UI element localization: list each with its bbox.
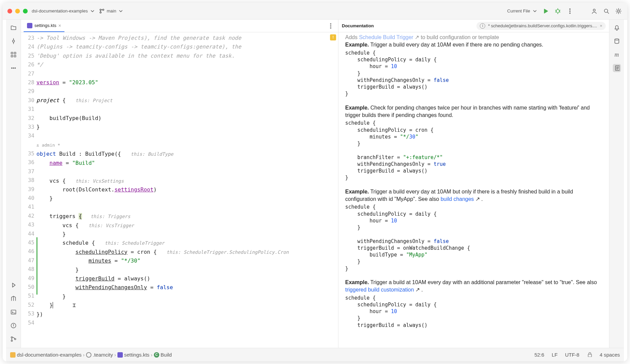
notifications-icon[interactable] bbox=[613, 24, 621, 32]
tab-menu-icon[interactable] bbox=[327, 22, 335, 30]
svg-point-7 bbox=[593, 9, 595, 11]
chevron-down-icon bbox=[118, 8, 124, 14]
left-tool-rail bbox=[6, 20, 21, 348]
gutter: 2324252627282930313233343536373839404142… bbox=[21, 32, 36, 348]
svg-point-15 bbox=[11, 68, 12, 68]
svg-rect-13 bbox=[11, 55, 13, 57]
tab-settings-kts[interactable]: settings.kts × bbox=[24, 20, 64, 32]
editor-tabs: settings.kts × bbox=[21, 20, 338, 32]
debug-button[interactable] bbox=[554, 7, 562, 15]
svg-point-26 bbox=[330, 25, 331, 26]
commit-tool-icon[interactable] bbox=[9, 37, 18, 45]
maven-tool-icon[interactable]: m bbox=[613, 51, 621, 59]
close-window-icon[interactable] bbox=[7, 9, 12, 13]
vcs-tool-icon[interactable] bbox=[9, 335, 18, 343]
build-tool-icon[interactable] bbox=[9, 295, 18, 303]
triggered-build-link[interactable]: triggered build customization bbox=[345, 287, 414, 293]
svg-point-9 bbox=[618, 10, 620, 12]
svg-point-27 bbox=[330, 27, 331, 28]
minimize-window-icon[interactable] bbox=[15, 9, 20, 13]
svg-point-3 bbox=[556, 9, 559, 13]
chevron-down-icon bbox=[532, 8, 538, 14]
project-tool-icon[interactable] bbox=[9, 24, 18, 32]
breadcrumb[interactable]: dsl-documentation-examples › .teamcity ›… bbox=[10, 352, 172, 358]
branch-label: main bbox=[107, 8, 116, 13]
change-marker bbox=[36, 237, 37, 295]
branch-icon bbox=[99, 8, 105, 14]
documentation-pane: Documentation i * schedule(jetbrains.bui… bbox=[338, 20, 609, 348]
statusbar: dsl-documentation-examples › .teamcity ›… bbox=[6, 348, 624, 361]
build-changes-link[interactable]: build changes bbox=[441, 196, 474, 202]
caret-position[interactable]: 52:6 bbox=[535, 352, 544, 358]
class-icon: C bbox=[154, 352, 159, 358]
svg-point-10 bbox=[12, 40, 15, 42]
run-button[interactable] bbox=[542, 7, 550, 15]
caret bbox=[53, 302, 53, 308]
doc-title: Documentation bbox=[342, 23, 374, 28]
schedule-trigger-link[interactable]: Schedule Build Trigger bbox=[359, 34, 413, 40]
structure-tool-icon[interactable] bbox=[9, 51, 18, 59]
editor[interactable]: ! 23242526272829303132333435363738394041… bbox=[21, 32, 338, 348]
tab-label: settings.kts bbox=[34, 23, 56, 28]
services-tool-icon[interactable] bbox=[9, 281, 18, 289]
close-chip-icon[interactable]: × bbox=[600, 23, 602, 28]
doc-code-2: schedule { schedulingPolicy = cron { min… bbox=[345, 120, 602, 181]
svg-point-16 bbox=[13, 68, 13, 68]
settings-button[interactable] bbox=[614, 7, 623, 15]
titlebar: dsl-documentation-examples main Current … bbox=[3, 3, 627, 20]
svg-rect-11 bbox=[11, 52, 13, 54]
project-label: dsl-documentation-examples bbox=[32, 8, 88, 13]
search-button[interactable] bbox=[602, 7, 610, 15]
svg-point-6 bbox=[570, 12, 570, 13]
kotlin-file-icon bbox=[117, 352, 123, 358]
svg-rect-18 bbox=[11, 310, 16, 314]
close-tab-icon[interactable]: × bbox=[58, 23, 61, 28]
svg-rect-12 bbox=[14, 52, 16, 54]
run-config-label: Current File bbox=[507, 8, 530, 13]
doc-code-3: schedule { schedulingPolicy = daily { ho… bbox=[345, 204, 602, 272]
more-tools-icon[interactable] bbox=[9, 64, 18, 72]
more-actions-button[interactable] bbox=[566, 7, 574, 15]
documentation-tool-icon[interactable] bbox=[613, 64, 621, 72]
svg-point-23 bbox=[615, 39, 619, 40]
doc-body[interactable]: Adds Schedule Build Trigger ↗ to build c… bbox=[338, 32, 609, 348]
code-with-me-button[interactable] bbox=[590, 7, 598, 15]
line-separator[interactable]: LF bbox=[552, 352, 558, 358]
info-icon: i bbox=[480, 23, 485, 29]
terminal-tool-icon[interactable] bbox=[9, 308, 18, 316]
doc-code-4: schedule { schedulingPolicy = daily { ho… bbox=[345, 295, 602, 329]
svg-point-25 bbox=[330, 23, 331, 24]
chevron-down-icon bbox=[90, 8, 95, 14]
doc-context-chip[interactable]: i * schedule(jetbrains.buildServer.confi… bbox=[476, 22, 606, 30]
svg-point-17 bbox=[15, 68, 15, 68]
folder-icon bbox=[10, 352, 16, 358]
doc-code-1: schedule { schedulingPolicy = daily { ho… bbox=[345, 50, 602, 97]
project-name[interactable]: dsl-documentation-examples bbox=[32, 8, 95, 14]
indent-settings[interactable]: 4 spaces bbox=[600, 352, 620, 358]
window-controls bbox=[7, 9, 28, 13]
problems-tool-icon[interactable] bbox=[9, 322, 18, 330]
svg-rect-14 bbox=[14, 55, 16, 57]
database-tool-icon[interactable] bbox=[613, 37, 621, 45]
right-tool-rail: m bbox=[609, 20, 624, 348]
svg-rect-28 bbox=[588, 354, 592, 357]
svg-point-5 bbox=[570, 10, 570, 11]
zoom-window-icon[interactable] bbox=[23, 9, 28, 13]
readonly-lock-icon[interactable] bbox=[587, 352, 592, 358]
vcs-branch[interactable]: main bbox=[99, 8, 124, 14]
file-encoding[interactable]: UTF-8 bbox=[565, 352, 579, 358]
doc-header: Documentation i * schedule(jetbrains.bui… bbox=[338, 20, 609, 32]
doc-chip-label: * schedule(jetbrains.buildServer.configs… bbox=[488, 23, 597, 28]
folder-icon bbox=[86, 352, 91, 358]
editor-pane: settings.kts × ! 23242526272829303132333… bbox=[21, 20, 338, 348]
code-area[interactable]: -> Tool Windows -> Maven Projects), find… bbox=[36, 32, 338, 348]
run-config-selector[interactable]: Current File bbox=[507, 8, 538, 14]
kotlin-file-icon bbox=[27, 23, 32, 28]
svg-point-4 bbox=[570, 8, 570, 9]
